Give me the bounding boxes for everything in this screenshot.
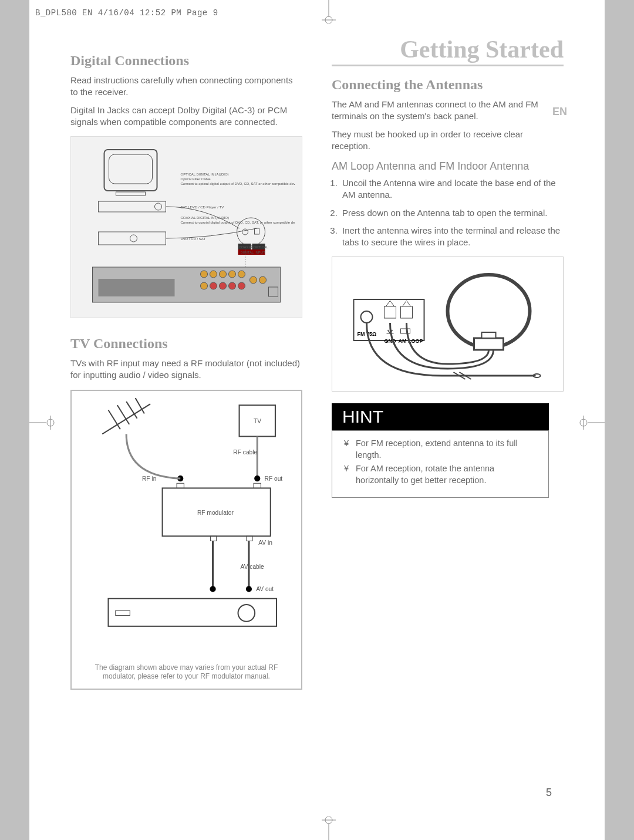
svg-point-19 xyxy=(155,203,162,210)
svg-text:DIGITAL INPUT: DIGITAL INPUT xyxy=(241,251,266,254)
svg-text:COAXIAL: COAXIAL xyxy=(239,245,255,249)
svg-text:Optical Filter Cable: Optical Filter Cable xyxy=(181,177,211,181)
tv-connections-heading: TV Connections xyxy=(70,336,302,352)
antenna-steps: Uncoil the Antenna wire and locate the b… xyxy=(340,177,564,248)
crop-mark-top xyxy=(317,0,340,23)
svg-rect-36 xyxy=(99,279,175,296)
svg-rect-14 xyxy=(116,192,146,195)
digital-connections-intro: Read instructions carefully when connect… xyxy=(70,75,302,99)
manual-page: B_DPL580 EN 4/16/04 12:52 PM Page 9 Digi… xyxy=(29,0,605,840)
svg-rect-12 xyxy=(104,150,157,191)
svg-rect-77 xyxy=(108,598,276,626)
svg-text:OPTICAL: OPTICAL xyxy=(254,245,269,249)
svg-point-47 xyxy=(250,276,257,284)
svg-text:OPTICAL DIGITAL IN (AUDIO): OPTICAL DIGITAL IN (AUDIO) xyxy=(181,173,229,176)
svg-point-62 xyxy=(254,475,260,481)
svg-text:Connect to coaxial digital out: Connect to coaxial digital output of DVD… xyxy=(181,221,295,224)
svg-point-38 xyxy=(210,271,217,278)
svg-rect-68 xyxy=(210,536,216,541)
antennas-p2: They must be hooked up in order to recei… xyxy=(332,129,564,153)
svg-text:AV out: AV out xyxy=(256,586,274,592)
svg-point-24 xyxy=(130,235,137,242)
print-job-header: B_DPL580 EN 4/16/04 12:52 PM Page 9 xyxy=(35,8,218,18)
language-badge: EN xyxy=(552,106,567,118)
hint-body: For FM reception, extend antenna to its … xyxy=(332,430,549,497)
svg-point-75 xyxy=(246,586,252,592)
svg-point-41 xyxy=(238,271,245,278)
step-2: Press down on the Antenna tab to open th… xyxy=(340,207,564,219)
svg-point-33 xyxy=(242,229,248,235)
svg-rect-23 xyxy=(99,232,166,245)
svg-rect-87 xyxy=(401,329,410,333)
svg-text:AV cable: AV cable xyxy=(241,563,264,569)
svg-point-42 xyxy=(201,282,208,289)
svg-text:TV: TV xyxy=(254,417,261,424)
crop-mark-bottom xyxy=(317,817,340,840)
svg-point-79 xyxy=(238,605,255,622)
svg-rect-65 xyxy=(177,483,184,488)
step-1: Uncoil the Antenna wire and locate the b… xyxy=(340,177,564,201)
svg-rect-18 xyxy=(99,201,166,212)
svg-point-48 xyxy=(259,276,267,284)
svg-text:AV in: AV in xyxy=(258,539,272,545)
svg-point-43 xyxy=(210,282,217,289)
antenna-diagram-svg: FM 75Ω GND AM LOOP xyxy=(339,264,556,382)
hint-heading: HINT xyxy=(332,403,549,430)
svg-point-39 xyxy=(220,271,227,278)
svg-text:RF in: RF in xyxy=(142,475,157,482)
svg-text:RF out: RF out xyxy=(265,475,283,482)
right-column: Getting Started EN Connecting the Antenn… xyxy=(332,35,564,805)
digital-diagram-svg: OPTICAL DIGITAL IN (AUDIO) Optical Filte… xyxy=(78,144,295,308)
tv-diagram-svg: TV RF cable RF in RF out RF modulator AV xyxy=(79,398,294,656)
svg-point-37 xyxy=(201,271,208,278)
svg-rect-69 xyxy=(247,536,252,541)
svg-rect-82 xyxy=(385,306,396,318)
antennas-p1: The AM and FM antennas connect to the AM… xyxy=(332,99,564,123)
step-3: Inert the antenna wires into the termina… xyxy=(340,225,564,249)
svg-rect-78 xyxy=(116,610,130,615)
svg-text:Connect to optical digital out: Connect to optical digital output of DVD… xyxy=(181,182,295,185)
svg-point-46 xyxy=(238,282,245,289)
tv-connections-intro: TVs with RF input may need a RF modulato… xyxy=(70,357,302,382)
crop-mark-right xyxy=(575,411,605,434)
svg-point-81 xyxy=(361,311,373,323)
tv-connections-diagram: TV RF cable RF in RF out RF modulator AV xyxy=(70,390,302,690)
digital-connections-note: Digital In Jacks can accept Dolby Digita… xyxy=(70,104,302,129)
page-number: 5 xyxy=(546,787,552,799)
left-column: Digital Connections Read instructions ca… xyxy=(70,35,302,805)
antennas-subheading: AM Loop Antenna and FM Indoor Antenna xyxy=(332,160,564,173)
chapter-title: Getting Started xyxy=(332,35,564,66)
svg-rect-92 xyxy=(482,332,496,338)
svg-rect-13 xyxy=(109,154,153,184)
content-area: Digital Connections Read instructions ca… xyxy=(70,35,564,805)
svg-text:RF modulator: RF modulator xyxy=(197,509,234,515)
digital-connections-heading: Digital Connections xyxy=(70,53,302,69)
svg-point-44 xyxy=(220,282,227,289)
hint-item-1: For FM reception, extend antenna to its … xyxy=(356,438,538,461)
hint-item-2: For AM reception, rotate the antenna hor… xyxy=(356,463,538,486)
svg-point-40 xyxy=(229,271,236,278)
svg-text:RF cable: RF cable xyxy=(233,449,257,456)
svg-rect-83 xyxy=(401,306,413,318)
svg-point-45 xyxy=(229,282,236,289)
svg-rect-91 xyxy=(474,338,504,350)
antennas-heading: Connecting the Antennas xyxy=(332,77,564,93)
tv-diagram-caption: The diagram shown above may varies from … xyxy=(79,663,294,682)
digital-connections-diagram: OPTICAL DIGITAL IN (AUDIO) Optical Filte… xyxy=(70,136,302,318)
svg-point-74 xyxy=(210,586,215,592)
svg-rect-66 xyxy=(254,483,261,488)
antenna-diagram: FM 75Ω GND AM LOOP xyxy=(332,257,564,392)
svg-rect-34 xyxy=(255,228,259,234)
crop-mark-left xyxy=(29,411,59,434)
